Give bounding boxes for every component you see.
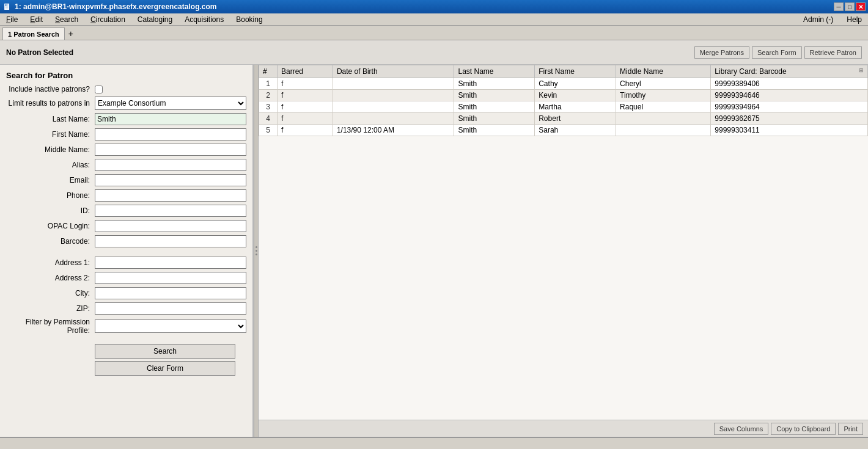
col-num[interactable]: #: [259, 65, 278, 78]
cell-barcode: 99999394964: [711, 101, 868, 113]
admin-menu[interactable]: Admin (-): [800, 14, 837, 25]
menu-cataloging[interactable]: Cataloging: [134, 14, 176, 25]
last-name-label: Last Name:: [6, 115, 95, 123]
last-name-input[interactable]: [95, 113, 246, 125]
table-row[interactable]: 5 f 1/13/90 12:00 AM Smith Sarah 9999930…: [259, 125, 868, 136]
patron-status: No Patron Selected: [6, 48, 73, 57]
city-input[interactable]: [95, 287, 246, 299]
permission-profile-select[interactable]: [95, 319, 246, 333]
divider-dot-1: [256, 246, 257, 248]
id-label: ID:: [6, 206, 95, 215]
help-menu[interactable]: Help: [843, 14, 866, 25]
divider-dot-2: [256, 250, 257, 252]
include-inactive-row: Include inactive patrons?: [6, 85, 246, 93]
barcode-input[interactable]: [95, 235, 246, 247]
cell-dob: [333, 113, 454, 125]
cell-middlename: Cheryl: [616, 78, 711, 90]
alias-row: Alias:: [6, 159, 246, 171]
address2-input[interactable]: [95, 272, 246, 284]
col-barred[interactable]: Barred: [278, 65, 333, 78]
table-row[interactable]: 1 f Smith Cathy Cheryl 99999389406: [259, 78, 868, 90]
cell-barred: f: [278, 90, 333, 101]
first-name-row: First Name:: [6, 128, 246, 141]
barcode-row: Barcode:: [6, 235, 246, 247]
merge-patrons-button[interactable]: Merge Patrons: [694, 46, 749, 59]
maximize-button[interactable]: □: [845, 2, 855, 11]
print-button[interactable]: Print: [838, 423, 863, 435]
menu-search[interactable]: Search: [51, 14, 82, 25]
col-lastname[interactable]: Last Name: [454, 65, 535, 78]
menu-acquisitions[interactable]: Acquisitions: [181, 14, 227, 25]
address1-input[interactable]: [95, 257, 246, 269]
title-text: 1: admin@BR1-winxpvmfx.phasefx.evergreen…: [15, 2, 216, 11]
table-row[interactable]: 3 f Smith Martha Raquel 99999394964: [259, 101, 868, 113]
results-panel: # Barred Date of Birth Last Name First N…: [259, 65, 868, 437]
zip-input[interactable]: [95, 302, 246, 315]
cell-barred: f: [278, 101, 333, 113]
retrieve-patron-button[interactable]: Retrieve Patron: [804, 46, 862, 59]
content-split: Search for Patron Include inactive patro…: [0, 65, 868, 437]
address1-row: Address 1:: [6, 257, 246, 269]
cell-barcode: 99999394646: [711, 90, 868, 101]
limit-results-select[interactable]: Example Consortium: [95, 97, 246, 110]
clear-form-button[interactable]: Clear Form: [95, 361, 235, 376]
id-input[interactable]: [95, 205, 246, 217]
cell-lastname: Smith: [454, 125, 535, 136]
email-input[interactable]: [95, 174, 246, 186]
results-thead: # Barred Date of Birth Last Name First N…: [259, 65, 868, 78]
cell-barcode: 99999389406: [711, 78, 868, 90]
col-dob[interactable]: Date of Birth: [333, 65, 454, 78]
menu-file[interactable]: File: [2, 14, 21, 25]
opac-login-label: OPAC Login:: [6, 222, 95, 230]
tab-patron-search-label: 1 Patron Search: [8, 31, 59, 38]
phone-label: Phone:: [6, 191, 95, 200]
include-inactive-checkbox[interactable]: [95, 86, 103, 93]
tab-add-button[interactable]: +: [65, 27, 77, 40]
limit-results-row: Limit results to patrons in Example Cons…: [6, 97, 246, 110]
col-firstname[interactable]: First Name: [535, 65, 616, 78]
menu-booking[interactable]: Booking: [232, 14, 266, 25]
first-name-label: First Name:: [6, 130, 95, 139]
cell-barcode: 99999362675: [711, 113, 868, 125]
close-button[interactable]: ✕: [856, 2, 866, 11]
results-table: # Barred Date of Birth Last Name First N…: [259, 65, 868, 420]
permission-profile-row: Filter by Permission Profile:: [6, 318, 246, 335]
menu-edit[interactable]: Edit: [26, 14, 46, 25]
table-row[interactable]: 4 f Smith Robert 99999362675: [259, 113, 868, 125]
address2-label: Address 2:: [6, 274, 95, 282]
email-row: Email:: [6, 174, 246, 186]
cell-middlename: [616, 113, 711, 125]
cell-middlename: Timothy: [616, 90, 711, 101]
minimize-button[interactable]: ─: [834, 2, 844, 11]
divider-dot-3: [256, 254, 257, 255]
table-row[interactable]: 2 f Smith Kevin Timothy 99999394646: [259, 90, 868, 101]
panel-divider[interactable]: [254, 65, 259, 437]
first-name-input[interactable]: [95, 128, 246, 141]
barcode-label: Barcode:: [6, 237, 95, 246]
city-row: City:: [6, 287, 246, 299]
save-columns-button[interactable]: Save Columns: [714, 423, 769, 435]
search-panel-title: Search for Patron: [6, 71, 246, 80]
tab-patron-search[interactable]: 1 Patron Search: [2, 27, 65, 40]
cell-dob: [333, 90, 454, 101]
phone-input[interactable]: [95, 189, 246, 202]
search-form-button[interactable]: Search Form: [752, 46, 802, 59]
cell-lastname: Smith: [454, 101, 535, 113]
copy-to-clipboard-button[interactable]: Copy to Clipboard: [771, 423, 836, 435]
last-name-row: Last Name:: [6, 113, 246, 125]
cell-barred: f: [278, 125, 333, 136]
cell-firstname: Cathy: [535, 78, 616, 90]
opac-login-input[interactable]: [95, 220, 246, 232]
opac-login-row: OPAC Login:: [6, 220, 246, 232]
menu-circulation[interactable]: Circulation: [87, 14, 129, 25]
search-button[interactable]: Search: [95, 344, 235, 359]
zip-label: ZIP:: [6, 304, 95, 313]
address2-row: Address 2:: [6, 272, 246, 284]
cell-middlename: [616, 125, 711, 136]
middle-name-input[interactable]: [95, 144, 246, 156]
col-barcode[interactable]: Library Card: Barcode ⊞: [711, 65, 868, 78]
col-middlename[interactable]: Middle Name: [616, 65, 711, 78]
cell-middlename: Raquel: [616, 101, 711, 113]
alias-input[interactable]: [95, 159, 246, 171]
include-inactive-label: Include inactive patrons?: [6, 85, 95, 93]
